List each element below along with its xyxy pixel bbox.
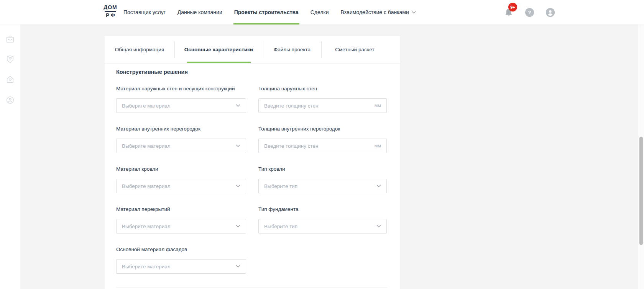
facade-material-select[interactable]: Выберите материал [116,259,246,274]
help-glyph: ? [528,10,531,15]
field-label: Тип кровли [258,166,387,172]
logo-text-bottom: РФ [104,13,117,18]
chevron-down-icon [412,11,416,14]
chevron-down-icon [236,185,240,188]
tab-main-characteristics[interactable]: Основные характеристики [174,36,263,63]
logo-divider [105,11,116,12]
field-label: Материал кровли [116,166,246,172]
partition-material-select[interactable]: Выберите материал [116,139,246,153]
field-label: Толщина наружных стен [258,86,387,92]
unit-suffix: мм [375,103,381,108]
project-characteristics-card: Общая информация Основные характеристики… [105,36,400,289]
section-divider [116,287,387,287]
vertical-scrollbar-thumb[interactable] [639,137,643,245]
select-placeholder: Выберите тип [264,224,376,229]
tab-project-files[interactable]: Файлы проекта [263,36,321,63]
roof-material-select[interactable]: Выберите материал [116,179,246,193]
select-placeholder: Выберите материал [122,264,236,269]
outer-wall-material-select[interactable]: Выберите материал [116,98,246,113]
foundation-type-select[interactable]: Выберите тип [258,219,387,233]
tab-label: Основные характеристики [184,47,253,52]
form-row: Материал наружных стен и несущих констру… [116,86,387,113]
form-row: Материал внутренних перегородок Выберите… [116,126,387,153]
tab-estimate-calculation[interactable]: Сметный расчет [321,36,388,63]
field-group-outer-wall-thickness: Толщина наружных стен мм [258,86,387,113]
nav-item-construction-projects[interactable]: Проекты строительства [234,0,299,24]
tab-label: Сметный расчет [335,47,375,52]
main-navigation: Поставщик услуг Данные компании Проекты … [123,0,416,24]
nav-label: Сделки [310,9,329,15]
shield-emblem-icon[interactable] [5,54,15,64]
help-icon[interactable]: ? [525,8,534,17]
floor-slab-material-select[interactable]: Выберите материал [116,219,246,233]
field-group-roof-type: Тип кровли Выберите тип [258,166,387,193]
field-label: Материал внутренних перегородок [116,126,246,132]
nav-item-service-provider[interactable]: Поставщик услуг [123,0,166,24]
field-label: Основной материал фасадов [116,247,246,253]
tab-label: Общая информация [115,47,164,52]
field-label: Тип фундамента [258,206,387,212]
logo-text-top: ДОМ [104,5,117,10]
top-header: ДОМ РФ Поставщик услуг Данные компании П… [0,0,644,24]
nav-item-deals[interactable]: Сделки [310,0,329,24]
unit-suffix: мм [375,143,381,149]
notification-badge: 9+ [508,3,517,11]
nav-label: Взаимодействие с банками [340,9,409,15]
select-placeholder: Выберите материал [122,103,236,109]
vertical-scrollbar-track[interactable] [638,0,644,289]
roof-type-select[interactable]: Выберите тип [258,179,387,193]
project-tabs: Общая информация Основные характеристики… [105,36,400,64]
field-group-partition-thickness: Толщина внутренних перегородок мм [258,126,387,153]
select-placeholder: Выберите материал [122,183,236,189]
tab-label: Файлы проекта [274,47,310,52]
select-placeholder: Выберите тип [264,183,376,189]
left-sidebar [0,24,20,289]
outer-wall-thickness-input[interactable] [264,103,371,109]
field-label: Толщина внутренних перегородок [258,126,387,132]
person-circle-icon[interactable] [5,95,15,105]
partition-thickness-field: мм [258,139,387,153]
form-row: Материал перекрытий Выберите материал Ти… [116,206,387,233]
nav-label: Поставщик услуг [123,9,166,15]
nav-label: Данные компании [177,9,222,15]
select-placeholder: Выберите материал [122,224,236,229]
profile-icon[interactable] [546,8,555,17]
field-group-roof-material: Материал кровли Выберите материал [116,166,246,193]
field-group-facade-material: Основной материал фасадов Выберите матер… [116,247,246,274]
tab-general-info[interactable]: Общая информация [105,36,174,63]
field-label: Материал перекрытий [116,206,246,212]
chevron-down-icon [236,144,240,147]
chevron-down-icon [376,225,381,228]
partition-thickness-input[interactable] [264,143,371,149]
field-group-floor-slab-material: Материал перекрытий Выберите материал [116,206,246,233]
chevron-down-icon [236,225,240,228]
section-title: Конструктивные решения [116,69,188,75]
domrf-logo[interactable]: ДОМ РФ [104,5,117,18]
nav-item-bank-interaction[interactable]: Взаимодействие с банками [340,0,416,24]
chevron-down-icon [376,185,381,188]
chevron-down-icon [236,265,240,268]
select-placeholder: Выберите материал [122,143,236,149]
house-heart-icon[interactable] [5,75,15,84]
outer-wall-thickness-field: мм [258,98,387,113]
chevron-down-icon [236,104,240,107]
nav-label: Проекты строительства [234,9,299,15]
field-group-outer-wall-material: Материал наружных стен и несущих констру… [116,86,246,113]
form-row: Материал кровли Выберите материал Тип кр… [116,166,387,193]
form-row: Основной материал фасадов Выберите матер… [116,247,246,274]
field-label: Материал наружных стен и несущих констру… [116,86,246,92]
field-group-foundation-type: Тип фундамента Выберите тип [258,206,387,233]
field-group-partition-material: Материал внутренних перегородок Выберите… [116,126,246,153]
briefcase-icon[interactable] [5,34,15,44]
nav-item-company-data[interactable]: Данные компании [177,0,222,24]
notification-count: 9+ [510,5,515,10]
